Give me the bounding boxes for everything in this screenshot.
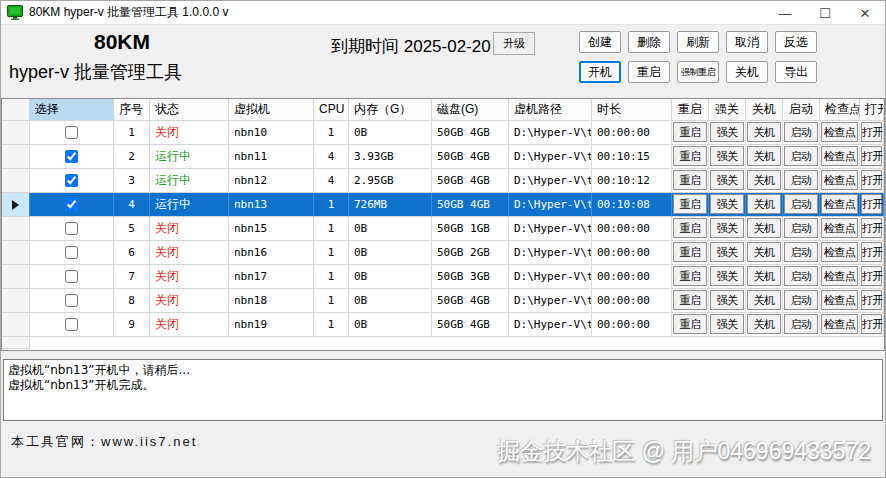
row-select-cell[interactable] [30, 193, 114, 217]
row-shutdown-button[interactable]: 关机 [747, 266, 781, 286]
row-select-checkbox[interactable] [65, 246, 78, 259]
row-restart-button[interactable]: 重启 [673, 314, 707, 334]
table-row[interactable]: 7 关闭 nbn17 1 0B 50GB 3GB D:\Hyper-V\tes.… [2, 265, 884, 289]
row-select-checkbox[interactable] [65, 174, 78, 187]
row-select-cell[interactable] [30, 121, 114, 145]
row-force-off-button[interactable]: 强关 [710, 266, 744, 286]
row-checkpoint-button[interactable]: 检查点 [821, 242, 858, 262]
header-restart[interactable]: 重启 [672, 99, 709, 121]
row-checkpoint-button[interactable]: 检查点 [821, 266, 858, 286]
invert-select-button[interactable]: 反选 [775, 31, 817, 53]
row-open-button[interactable]: 打开 [861, 122, 882, 142]
header-cpu[interactable]: CPU [314, 99, 349, 121]
table-row[interactable]: 5 关闭 nbn15 1 0B 50GB 1GB D:\Hyper-V\tes.… [2, 217, 884, 241]
force-restart-button[interactable]: 强制重启 [677, 61, 719, 83]
row-restart-button[interactable]: 重启 [673, 290, 707, 310]
row-select-checkbox[interactable] [65, 126, 78, 139]
header-open[interactable]: 打开 [860, 99, 884, 121]
table-row[interactable]: 8 关闭 nbn18 1 0B 50GB 4GB D:\Hyper-V\tes.… [2, 289, 884, 313]
row-shutdown-button[interactable]: 关机 [747, 290, 781, 310]
upgrade-button[interactable]: 升级 [493, 32, 535, 55]
row-checkpoint-button[interactable]: 检查点 [821, 122, 858, 142]
row-shutdown-button[interactable]: 关机 [747, 146, 781, 166]
row-start-button[interactable]: 启动 [784, 266, 818, 286]
row-force-off-button[interactable]: 强关 [710, 170, 744, 190]
delete-button[interactable]: 删除 [628, 31, 670, 53]
header-path[interactable]: 虚机路径 [509, 99, 592, 121]
row-select-checkbox[interactable] [65, 150, 78, 163]
row-select-checkbox[interactable] [65, 294, 78, 307]
row-select-checkbox[interactable] [65, 198, 78, 211]
table-row[interactable]: 3 运行中 nbn12 4 2.95GB 50GB 4GB D:\Hyper-V… [2, 169, 884, 193]
header-checkpoint[interactable]: 检查点 [820, 99, 860, 121]
table-row[interactable]: 4 运行中 nbn13 1 726MB 50GB 4GB D:\Hyper-V\… [2, 193, 884, 217]
row-shutdown-button[interactable]: 关机 [747, 194, 781, 214]
row-select-checkbox[interactable] [65, 270, 78, 283]
row-shutdown-button[interactable]: 关机 [747, 218, 781, 238]
row-select-cell[interactable] [30, 289, 114, 313]
row-force-off-button[interactable]: 强关 [710, 314, 744, 334]
row-start-button[interactable]: 启动 [784, 194, 818, 214]
header-status[interactable]: 状态 [150, 99, 229, 121]
row-start-button[interactable]: 启动 [784, 170, 818, 190]
row-checkpoint-button[interactable]: 检查点 [821, 314, 858, 334]
cancel-button[interactable]: 取消 [726, 31, 768, 53]
header-vm-name[interactable]: 虚拟机 [229, 99, 314, 121]
row-restart-button[interactable]: 重启 [673, 122, 707, 142]
create-button[interactable]: 创建 [579, 31, 621, 53]
refresh-button[interactable]: 刷新 [677, 31, 719, 53]
row-select-cell[interactable] [30, 217, 114, 241]
table-row[interactable]: 9 关闭 nbn19 1 0B 50GB 4GB D:\Hyper-V\tes.… [2, 313, 884, 337]
row-select-cell[interactable] [30, 169, 114, 193]
row-start-button[interactable]: 启动 [784, 218, 818, 238]
row-start-button[interactable]: 启动 [784, 122, 818, 142]
row-restart-button[interactable]: 重启 [673, 194, 707, 214]
row-restart-button[interactable]: 重启 [673, 170, 707, 190]
row-open-button[interactable]: 打开 [861, 218, 882, 238]
export-button[interactable]: 导出 [775, 61, 817, 83]
row-force-off-button[interactable]: 强关 [710, 194, 744, 214]
row-open-button[interactable]: 打开 [861, 314, 882, 334]
row-open-button[interactable]: 打开 [861, 170, 882, 190]
header-memory[interactable]: 内存（G） [349, 99, 432, 121]
shutdown-button[interactable]: 关机 [726, 61, 768, 83]
header-shutdown[interactable]: 关机 [746, 99, 783, 121]
row-checkpoint-button[interactable]: 检查点 [821, 170, 858, 190]
row-start-button[interactable]: 启动 [784, 314, 818, 334]
row-open-button[interactable]: 打开 [861, 194, 882, 214]
row-checkpoint-button[interactable]: 检查点 [821, 146, 858, 166]
row-force-off-button[interactable]: 强关 [710, 218, 744, 238]
header-select[interactable]: 选择 [30, 99, 114, 121]
minimize-icon[interactable]: — [765, 1, 805, 25]
row-select-checkbox[interactable] [65, 222, 78, 235]
maximize-icon[interactable]: ☐ [805, 1, 845, 25]
row-shutdown-button[interactable]: 关机 [747, 242, 781, 262]
header-duration[interactable]: 时长 [592, 99, 672, 121]
row-select-cell[interactable] [30, 313, 114, 337]
table-row[interactable]: 1 关闭 nbn10 1 0B 50GB 4GB D:\Hyper-V\tes.… [2, 121, 884, 145]
header-index[interactable]: 序号 [114, 99, 150, 121]
row-restart-button[interactable]: 重启 [673, 242, 707, 262]
table-row[interactable]: 6 关闭 nbn16 1 0B 50GB 2GB D:\Hyper-V\tes.… [2, 241, 884, 265]
header-start[interactable]: 启动 [783, 99, 820, 121]
row-open-button[interactable]: 打开 [861, 242, 882, 262]
restart-button[interactable]: 重启 [628, 61, 670, 83]
row-shutdown-button[interactable]: 关机 [747, 122, 781, 142]
close-icon[interactable]: ✕ [845, 1, 885, 25]
row-checkpoint-button[interactable]: 检查点 [821, 290, 858, 310]
row-force-off-button[interactable]: 强关 [710, 122, 744, 142]
row-select-cell[interactable] [30, 265, 114, 289]
status-log-box[interactable]: 虚拟机“nbn13”开机中，请稍后... 虚拟机“nbn13”开机完成。 [3, 359, 883, 421]
row-open-button[interactable]: 打开 [861, 266, 882, 286]
row-force-off-button[interactable]: 强关 [710, 242, 744, 262]
row-select-cell[interactable] [30, 145, 114, 169]
row-select-cell[interactable] [30, 241, 114, 265]
row-restart-button[interactable]: 重启 [673, 146, 707, 166]
row-start-button[interactable]: 启动 [784, 242, 818, 262]
row-start-button[interactable]: 启动 [784, 290, 818, 310]
row-restart-button[interactable]: 重启 [673, 266, 707, 286]
row-restart-button[interactable]: 重启 [673, 218, 707, 238]
row-start-button[interactable]: 启动 [784, 146, 818, 166]
row-shutdown-button[interactable]: 关机 [747, 314, 781, 334]
header-disk[interactable]: 磁盘(G) [432, 99, 509, 121]
